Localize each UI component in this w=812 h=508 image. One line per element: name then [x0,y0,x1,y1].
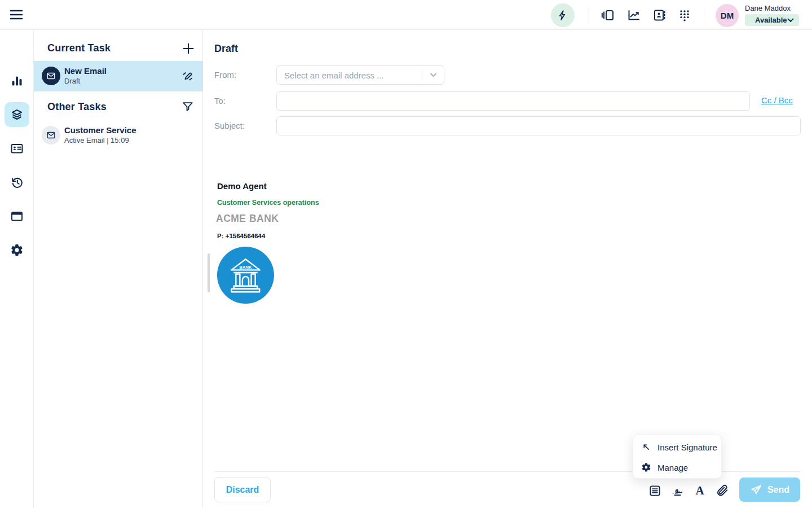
subject-input[interactable] [276,116,801,135]
task-title: New Email [64,66,107,76]
body-scrollbar[interactable] [208,253,210,292]
bank-logo: BANK [217,247,274,304]
font-style-icon[interactable]: A [693,484,707,497]
manage-signatures-item[interactable]: Manage [633,457,721,478]
chevron-down-icon [787,18,794,23]
bank-logo-label: BANK [240,265,252,270]
send-label: Send [767,485,789,495]
analytics-icon[interactable] [627,8,641,22]
attachment-icon[interactable] [716,484,729,497]
contacts-book-icon[interactable] [652,8,666,22]
email-icon [42,126,60,144]
tasks-panel: Current Task New Email Draft Other Tasks [34,30,203,508]
signature-department: Customer Services operations [217,199,319,207]
settings-gear-icon[interactable] [10,243,24,257]
panels-icon[interactable] [601,8,615,22]
email-icon [42,67,60,85]
task-title: Customer Service [64,125,136,135]
current-task-heading: Current Task [47,42,111,54]
page-title: Draft [214,43,238,55]
avatar-initials: DM [721,11,734,20]
manage-signatures-label: Manage [657,463,688,472]
send-plane-icon [750,484,762,496]
task-row-new-email[interactable]: New Email Draft [34,61,203,91]
left-icon-rail [0,30,34,508]
discard-button[interactable]: Discard [214,477,271,502]
topbar-divider [589,8,589,23]
signature-name: Demo Agent [217,181,267,191]
from-placeholder: Select an email address ... [277,71,422,80]
status-label: Available [755,16,787,24]
tasks-stack-icon[interactable] [5,102,29,127]
signature-phone: P: +1564564644 [217,233,265,239]
gear-icon [641,462,651,472]
send-button[interactable]: Send [739,478,800,502]
topbar-divider [704,8,704,23]
app-window: DM Dane Maddox Available [0,0,812,508]
font-style-glyph: A [695,484,704,497]
user-name: Dane Maddox [745,4,791,12]
signature-menu: Insert Signature Manage [633,434,722,479]
stats-icon[interactable] [10,74,24,87]
arrow-up-left-icon [641,442,651,452]
avatar[interactable]: DM [716,4,739,27]
contact-card-icon[interactable] [10,142,24,155]
signature-company: ACME BANK [216,213,279,225]
signature-icon[interactable] [670,484,684,497]
from-label: From: [214,70,236,80]
to-label: To: [214,96,226,106]
insert-signature-item[interactable]: Insert Signature [633,437,721,457]
menu-icon[interactable] [9,8,25,21]
edit-draft-icon[interactable] [182,69,195,83]
to-input[interactable] [276,91,750,111]
quick-actions-bolt-icon[interactable] [551,3,575,27]
task-subtitle: Draft [64,77,80,85]
other-tasks-heading: Other Tasks [47,101,107,113]
from-select[interactable]: Select an email address ... [276,65,444,85]
filter-icon[interactable] [182,100,195,113]
task-row-customer-service[interactable]: Customer Service Active Email | 15:09 [34,120,203,151]
chevron-down-icon [422,73,444,77]
status-dropdown[interactable]: Available [745,14,799,26]
task-subtitle: Active Email | 15:09 [64,136,129,144]
add-task-icon[interactable] [182,41,196,56]
browser-icon[interactable] [10,209,24,223]
subject-label: Subject: [214,121,245,130]
cc-bcc-link[interactable]: Cc / Bcc [761,95,793,105]
template-list-icon[interactable] [648,484,662,497]
dialpad-icon[interactable] [678,8,691,22]
top-bar: DM Dane Maddox Available [0,0,812,30]
insert-signature-label: Insert Signature [657,443,717,452]
history-icon[interactable] [10,176,24,189]
